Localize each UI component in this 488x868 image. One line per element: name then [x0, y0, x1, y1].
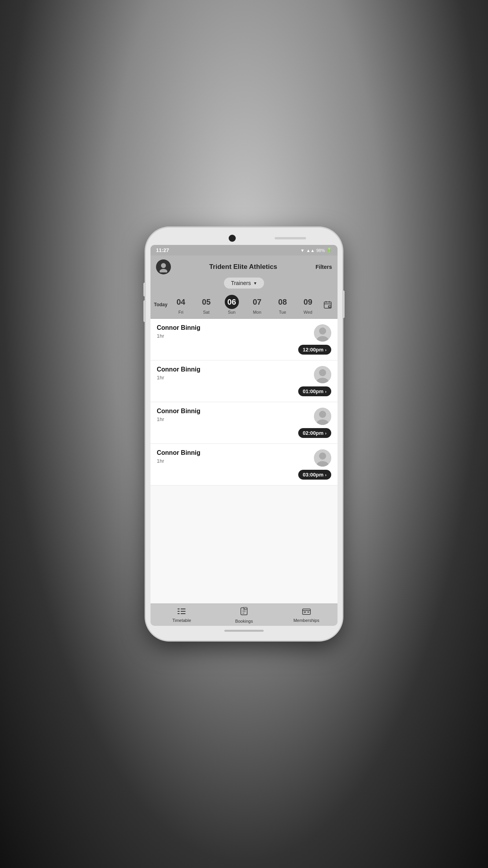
speaker [275, 237, 306, 239]
bottom-nav: Timetable Bookings [150, 603, 338, 626]
arrow-icon-3: › [325, 431, 327, 436]
phone-frame: 11:27 ▼ ▲▲ 98% 🔋 Trident Elite Athletics… [146, 228, 342, 640]
session-right-4: 03:00pm › [298, 449, 331, 480]
session-right-2: 01:00pm › [298, 366, 331, 396]
svg-rect-33 [304, 613, 305, 614]
date-item-09[interactable]: 09 Wed [295, 295, 320, 314]
time-button-2[interactable]: 01:00pm › [298, 386, 331, 396]
date-day-sat: Sat [203, 310, 210, 314]
session-info-3: Connor Binnig 1hr [157, 408, 200, 422]
time-label-1: 12:00pm [303, 347, 324, 353]
date-day-tue: Tue [279, 310, 286, 314]
home-indicator [224, 630, 264, 632]
phone-top [150, 235, 338, 242]
filters-button[interactable]: Filters [316, 264, 332, 270]
time-button-3[interactable]: 02:00pm › [298, 428, 331, 438]
nav-item-timetable[interactable]: Timetable [150, 608, 213, 623]
svg-point-10 [319, 327, 326, 335]
wifi-icon: ▼ [300, 248, 305, 253]
date-day-mon: Mon [253, 310, 261, 314]
session-duration-1: 1hr [157, 333, 200, 339]
session-name-3: Connor Binnig [157, 408, 200, 415]
volume-down-button[interactable] [143, 300, 145, 322]
session-name-4: Connor Binnig [157, 449, 200, 456]
date-item-06-selected[interactable]: 06 Sun [219, 295, 244, 314]
svg-rect-29 [303, 609, 310, 614]
date-day-fri: Fri [178, 310, 183, 314]
nav-item-bookings[interactable]: Bookings [213, 607, 275, 623]
bookings-icon [240, 607, 248, 618]
date-num-05: 05 [199, 295, 213, 309]
session-item-2: Connor Binnig 1hr 01:00pm › [150, 360, 338, 402]
status-icons: ▼ ▲▲ 98% 🔋 [300, 248, 332, 253]
session-item-3: Connor Binnig 1hr 02:00pm › [150, 402, 338, 444]
chevron-down-icon: ▼ [253, 281, 257, 285]
session-right-3: 02:00pm › [298, 408, 331, 438]
user-avatar[interactable] [156, 259, 171, 274]
date-item-04[interactable]: 04 Fri [169, 295, 193, 314]
session-info-1: Connor Binnig 1hr [157, 324, 200, 339]
date-day-sun: Sun [228, 310, 236, 314]
session-duration-3: 1hr [157, 416, 200, 422]
battery-icon: 🔋 [327, 248, 332, 253]
svg-point-1 [160, 269, 167, 272]
sessions-list: Connor Binnig 1hr 12:00pm › [150, 319, 338, 603]
svg-point-16 [319, 411, 326, 418]
trainers-dropdown-button[interactable]: Trainers ▼ [224, 278, 264, 289]
timetable-label: Timetable [172, 618, 191, 623]
date-num-06: 06 [225, 295, 239, 309]
arrow-icon-1: › [325, 348, 327, 352]
battery-text: 98% [316, 248, 325, 253]
trainers-label: Trainers [231, 280, 251, 286]
trainer-avatar-3 [314, 408, 331, 425]
time-label-3: 02:00pm [303, 430, 324, 436]
time-button-1[interactable]: 12:00pm › [298, 345, 331, 355]
session-name-1: Connor Binnig [157, 324, 200, 331]
volume-up-button[interactable] [143, 283, 145, 296]
date-item-05[interactable]: 05 Sat [194, 295, 219, 314]
session-info-4: Connor Binnig 1hr [157, 449, 200, 464]
app-header: Trident Elite Athletics Filters Trainers… [150, 256, 338, 292]
memberships-label: Memberships [294, 618, 319, 623]
session-duration-2: 1hr [157, 375, 200, 381]
arrow-icon-2: › [325, 389, 327, 394]
calendar-icon[interactable] [321, 298, 334, 311]
session-right-1: 12:00pm › [298, 324, 331, 355]
trainer-avatar-1 [314, 324, 331, 342]
memberships-icon [302, 608, 311, 617]
session-name-2: Connor Binnig [157, 366, 200, 373]
date-day-wed: Wed [303, 310, 312, 314]
trainers-dropdown-area: Trainers ▼ [156, 278, 332, 289]
arrow-icon-4: › [325, 473, 327, 477]
date-item-08[interactable]: 08 Tue [270, 295, 295, 314]
bookings-label: Bookings [235, 619, 253, 623]
time-button-4[interactable]: 03:00pm › [298, 470, 331, 480]
time-label-2: 01:00pm [303, 388, 324, 394]
status-time: 11:27 [156, 247, 169, 253]
session-item-4: Connor Binnig 1hr 03:00pm › [150, 444, 338, 485]
session-duration-4: 1hr [157, 458, 200, 464]
session-info-2: Connor Binnig 1hr [157, 366, 200, 381]
power-button[interactable] [343, 291, 345, 318]
date-num-07: 07 [250, 295, 264, 309]
today-label: Today [154, 302, 168, 307]
trainer-avatar-2 [314, 366, 331, 383]
session-item-1: Connor Binnig 1hr 12:00pm › [150, 319, 338, 360]
svg-point-13 [319, 369, 326, 376]
svg-rect-31 [304, 612, 306, 612]
date-num-04: 04 [174, 295, 188, 309]
camera [229, 235, 236, 242]
app-title: Trident Elite Athletics [209, 263, 277, 271]
signal-icon: ▲▲ [306, 248, 315, 253]
svg-rect-32 [307, 612, 309, 612]
date-strip: Today 04 Fri 05 Sat 06 Sun 07 Mon 08 Tue [150, 292, 338, 319]
date-item-07[interactable]: 07 Mon [245, 295, 270, 314]
svg-point-19 [319, 452, 326, 460]
date-num-08: 08 [275, 295, 290, 309]
header-top: Trident Elite Athletics Filters [156, 259, 332, 274]
screen: 11:27 ▼ ▲▲ 98% 🔋 Trident Elite Athletics… [150, 245, 338, 626]
time-label-4: 03:00pm [303, 472, 324, 478]
date-num-09: 09 [301, 295, 315, 309]
nav-item-memberships[interactable]: Memberships [275, 608, 338, 623]
timetable-icon [177, 608, 186, 617]
